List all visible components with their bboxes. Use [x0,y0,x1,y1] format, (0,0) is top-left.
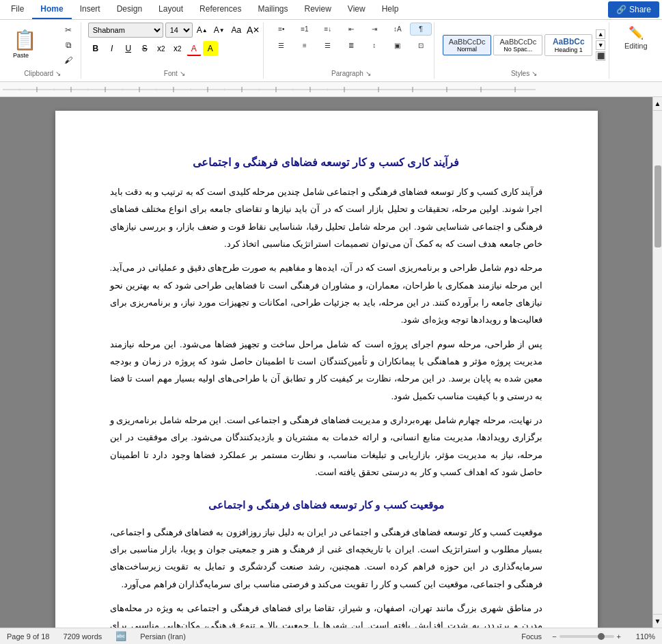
line-spacing-button[interactable]: ↕ [363,39,385,52]
decrease-font-button[interactable]: A▼ [212,23,227,38]
multilevel-list-button[interactable]: ≡↓ [317,23,339,36]
copy-icon: ⧉ [66,40,72,50]
show-marks-button[interactable]: ¶ [410,23,432,36]
vertical-scrollbar[interactable]: ▲ ▼ [652,97,662,628]
clear-format-button[interactable]: A✕ [246,23,261,38]
style-normal-item[interactable]: AaBbCcDc Normal [443,35,492,55]
tab-layout[interactable]: Layout [150,0,191,19]
status-right: Focus − + 110% [521,632,655,641]
tab-help[interactable]: Help [374,0,407,19]
styles-group: AaBbCcDc Normal AaBbCcDc No Spac... AaBb… [439,23,609,79]
styles-scroll-up-button[interactable]: ▲ [596,29,605,39]
style-normal-preview: AaBbCcDc [449,38,486,46]
multilevel-icon: ≡↓ [324,25,331,33]
borders-button[interactable]: ⊡ [410,39,432,52]
borders-icon: ⊡ [418,42,424,49]
font-group-label: Font ↘ [85,70,263,77]
ribbon-tabs: File Home Insert Design Layout Reference… [0,0,662,20]
focus-label[interactable]: Focus [521,632,542,641]
word-count: 7209 words [63,632,102,641]
paste-button[interactable]: 📋 Paste [8,27,58,63]
shading-icon: ▣ [394,42,400,49]
align-right-icon: ☰ [325,42,331,49]
number-list-button[interactable]: ≡1 [294,23,316,36]
paragraph-group-label: Paragraph ↘ [268,70,434,77]
align-left-icon: ☰ [278,42,284,49]
superscript-button[interactable]: x2 [170,41,185,56]
document-heading-1: فرآیند کاری کسب و کار توسعه فضاهای فرهنگ… [110,152,543,174]
zoom-level[interactable]: 110% [631,632,655,641]
zoom-thumb[interactable] [598,633,605,640]
font-name-row: Shabnam 14 A▲ A▼ Aa A✕ [88,23,261,38]
style-nospace-label: No Spac... [499,46,536,53]
editing-label: Editing [624,42,648,50]
highlight-button[interactable]: A [203,41,218,56]
italic-button[interactable]: I [105,41,120,56]
share-icon: 🔗 [616,5,626,14]
tab-file[interactable]: File [3,0,32,19]
page-status: Page 9 of 18 [7,632,49,641]
scroll-thumb[interactable] [654,165,661,247]
zoom-out-button[interactable]: − [552,632,556,641]
shading-button[interactable]: ▣ [387,39,409,52]
bullet-icon: ≡• [278,25,284,33]
cut-button[interactable]: ✂ [60,23,77,37]
font-size-select[interactable]: 14 [165,23,193,38]
increase-font-button[interactable]: A▲ [195,23,210,38]
style-h1-preview: AaBbCc [551,37,586,46]
underline-button[interactable]: U [121,41,136,56]
font-name-select[interactable]: Shabnam [88,23,163,38]
decrease-indent-button[interactable]: ⇤ [340,23,362,36]
tab-insert[interactable]: Insert [72,0,109,19]
tab-design[interactable]: Design [109,0,150,19]
zoom-bar[interactable] [560,635,614,638]
styles-scroll-down-button[interactable]: ▼ [596,40,605,50]
editing-group-content: ✏️ Editing [618,23,654,79]
change-case-button[interactable]: Aa [229,23,244,38]
ribbon: 📋 Paste ✂ ⧉ 🖌 Cl [0,20,662,82]
clipboard-label: Clipboard ↘ [4,70,81,77]
document-paragraph-5: موقعیت کسب و کار توسعه فضاهای فرهنگی و ا… [110,524,543,593]
style-nospace-item[interactable]: AaBbCcDc No Spac... [493,35,542,55]
paste-label: Paste [13,52,29,59]
increase-indent-button[interactable]: ⇥ [363,23,385,36]
style-nospace-preview: AaBbCcDc [499,38,536,46]
status-bar: Page 9 of 18 7209 words 🔤 Persian (Iran)… [0,628,662,644]
document-page[interactable]: فرآیند کاری کسب و کار توسعه فضاهای فرهنگ… [55,111,598,628]
document-scroll[interactable]: فرآیند کاری کسب و کار توسعه فضاهای فرهنگ… [0,97,652,628]
zoom-in-button[interactable]: + [617,632,621,641]
share-button[interactable]: 🔗 Share [608,1,659,18]
style-heading1-label: Heading 1 [551,46,586,53]
format-painter-button[interactable]: 🖌 [60,53,77,67]
bullet-list-button[interactable]: ≡• [271,23,292,36]
scroll-up-button[interactable]: ▲ [653,97,662,111]
style-normal-label: Normal [449,46,486,53]
tab-view[interactable]: View [340,0,374,19]
subscript-button[interactable]: x2 [154,41,169,56]
style-heading1-item[interactable]: AaBbCc Heading 1 [544,34,592,56]
number-icon: ≡1 [301,25,308,33]
editing-indicator[interactable]: ✏️ Editing [618,23,654,53]
align-center-button[interactable]: ≡ [294,39,316,52]
strikethrough-button[interactable]: S [137,41,152,56]
sort-button[interactable]: ↕A [387,23,409,36]
align-center-icon: ≡ [303,42,307,49]
styles-more-button[interactable]: ⬛ [596,51,605,61]
tab-review[interactable]: Review [296,0,339,19]
document-container: فرآیند کاری کسب و کار توسعه فضاهای فرهنگ… [0,97,662,628]
scroll-down-button[interactable]: ▼ [653,614,662,628]
tab-home[interactable]: Home [32,0,71,19]
document-paragraph-4: در نهایت، مرحله چهارم شامل بهره‌برداری و… [110,412,543,481]
tab-references[interactable]: References [191,0,249,19]
copy-button[interactable]: ⧉ [60,38,77,52]
font-color-button[interactable]: A [187,41,202,56]
format-painter-icon: 🖌 [64,55,72,65]
justify-button[interactable]: ≣ [340,39,362,52]
bold-button[interactable]: B [88,41,103,56]
align-left-button[interactable]: ☰ [271,39,292,52]
share-label: Share [629,5,651,14]
scroll-track[interactable] [653,111,662,614]
align-right-button[interactable]: ☰ [317,39,339,52]
tab-mailings[interactable]: Mailings [249,0,296,19]
styles-scroll-buttons: ▲ ▼ ⬛ [596,29,605,61]
